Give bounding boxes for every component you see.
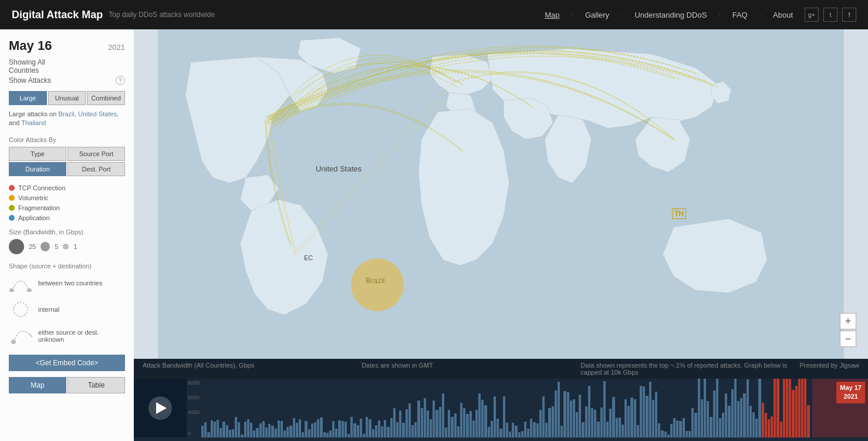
chart-bar [283,430,286,437]
chart-bar [417,400,420,437]
chart-bar [232,429,234,437]
chart-bar [238,422,240,437]
attack-type-combined-btn[interactable]: Combined [87,91,125,105]
chart-bar [433,400,435,437]
chart-bar [792,390,794,437]
country-usa-link[interactable]: United States [78,110,117,117]
chart-bar [661,430,663,437]
chart-bar [612,397,614,437]
chart-bar [363,434,365,437]
chart-bar [758,379,761,437]
chart-bar [497,419,499,437]
chart-bar [317,419,319,437]
nav-map[interactable]: Map [545,11,559,19]
chart-bar [521,431,523,437]
play-area [134,379,187,437]
chart-bar [701,399,703,437]
chart-bar [664,432,667,437]
chart-bar [786,379,788,437]
chart-bar [765,413,767,437]
view-map-btn[interactable]: Map [9,377,66,393]
chart-bar [570,400,572,437]
chart-bar [278,420,280,437]
chart-bar [235,417,237,437]
chart-bar [582,422,584,437]
chart-bar [707,401,709,437]
chart-bar [350,417,353,437]
legend-application: Application [9,214,125,221]
chart-bar [728,406,730,437]
nav-understanding-ddos[interactable]: Understanding DDoS [634,11,707,19]
size-label: Size (Bandwidth, in Gbps) [9,228,125,235]
google-plus-icon[interactable]: g+ [805,8,819,22]
zoom-in-btn[interactable]: + [840,313,856,329]
app-tagline: Top daily DDoS attacks worldwide [109,11,215,19]
chart-bar [478,393,481,437]
chart-bar [780,422,782,437]
chart-bar [619,418,621,437]
chart-bar [807,405,809,437]
chart-bar [558,382,560,437]
chart-bar [640,386,642,437]
chart-bar [594,410,596,437]
map-area[interactable]: United States Brazil EC TH + − Attack Ba… [134,29,868,441]
attack-type-unusual-btn[interactable]: Unusual [48,91,86,105]
size-dots: 25 5 1 [9,239,125,254]
application-dot [9,215,15,221]
size-small-dot [63,244,69,250]
nav-gallery[interactable]: Gallery [585,11,609,19]
chart-bar [323,432,326,437]
show-attacks-row: Show Attacks ? [9,76,125,85]
chart-bar [776,379,779,437]
zoom-out-btn[interactable]: − [840,331,856,347]
chart-bar [685,431,688,437]
country-thailand-link[interactable]: Thailand [21,119,46,126]
country-brazil-link[interactable]: Brazil [58,110,75,117]
bottom-info-bar: Attack Bandwidth (All Countries), Gbps D… [134,359,868,379]
chart-bar [207,432,210,437]
color-by-duration-btn[interactable]: Duration [9,162,66,176]
chart-bar [503,396,505,437]
color-by-source-port-btn[interactable]: Source Port [67,147,125,161]
chart-bar [719,418,721,437]
chart-bar [694,413,697,437]
view-table-btn[interactable]: Table [67,377,125,393]
chart-bar [311,423,313,437]
chart-bar [488,427,490,437]
chart-bar [302,432,304,437]
chart-bar [414,422,417,437]
chart-bar [226,425,228,437]
twitter-icon[interactable]: t [823,8,837,22]
embed-code-btn[interactable]: <Get Embed Code> [9,355,125,371]
show-attacks-info-icon[interactable]: ? [116,76,125,85]
chart-bar [609,409,612,437]
chart-bar [710,417,712,437]
color-by-dest-port-btn[interactable]: Dest. Port [67,162,125,176]
chart-bar [530,419,532,437]
chart-bar [421,408,423,437]
chart-bar [484,405,487,437]
chart-bar [457,426,460,437]
chart-bar [399,410,401,437]
chart-bar [789,379,791,437]
size-small-value: 1 [73,243,77,250]
chart-bar [271,426,273,437]
chart-bar [320,418,322,438]
credit-label: Presented by Jigsaw [800,362,860,376]
chart-bar [494,396,496,438]
facebook-icon[interactable]: f [842,8,856,22]
color-by-type-btn[interactable]: Type [9,147,66,161]
chart-bar [460,403,462,437]
chart-bar [454,413,457,437]
chart-bar [563,391,566,437]
shape-between-countries: between two countries [9,273,125,294]
nav-about[interactable]: About [773,11,793,19]
chart-bar [579,395,581,437]
nav-faq[interactable]: FAQ [732,11,748,19]
chart-bar [573,399,575,437]
play-button[interactable] [148,396,172,420]
chart-bar [655,392,657,437]
chart-bar [430,419,432,437]
attack-type-large-btn[interactable]: Large [9,91,47,105]
chart-bar [265,427,268,437]
